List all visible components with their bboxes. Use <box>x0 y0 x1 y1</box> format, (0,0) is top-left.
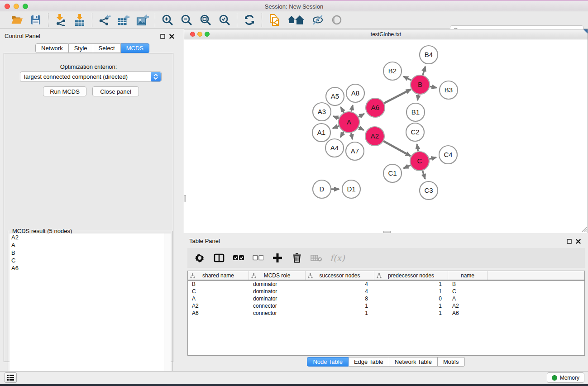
column-header-MCDS-role[interactable]: MCDS role <box>249 271 306 280</box>
graph-edge-C-C1[interactable] <box>404 165 411 168</box>
delete-column-trash-icon[interactable] <box>291 252 303 264</box>
close-panel-icon[interactable] <box>169 33 174 41</box>
result-list-item[interactable]: A <box>10 241 164 249</box>
column-header-shared-name[interactable]: shared name <box>188 271 249 280</box>
memory-button[interactable]: Memory <box>547 372 584 383</box>
graph-node-D[interactable]: D <box>313 180 331 198</box>
graph-edge-B-B3[interactable] <box>430 86 437 88</box>
column-header-successor-nodes[interactable]: successor nodes <box>306 271 374 280</box>
tab-style[interactable]: Style <box>69 43 93 53</box>
save-session-icon[interactable] <box>29 14 42 26</box>
table-cell[interactable]: B <box>448 281 488 288</box>
table-tab-motifs[interactable]: Motifs <box>438 357 465 367</box>
open-session-icon[interactable] <box>10 14 23 26</box>
mcds-result-list[interactable]: A2ABCA6 <box>10 234 164 383</box>
import-network-icon[interactable] <box>54 14 67 26</box>
left-edge-grab-handle[interactable] <box>184 195 186 202</box>
criterion-dropdown[interactable]: largest connected component (directed) <box>20 71 162 82</box>
table-cell[interactable]: 1 <box>374 281 448 288</box>
graph-node-B2[interactable]: B2 <box>383 62 402 80</box>
table-row[interactable]: A6connector11A6 <box>188 310 584 317</box>
select-all-rows-icon[interactable] <box>233 252 244 264</box>
network-canvas[interactable]: B4B2BB3A5A8A6B1A3AA1C2A2A4A7C4CC1C3DD1 <box>184 39 588 233</box>
graph-node-A[interactable]: A <box>339 112 359 133</box>
import-table-icon[interactable] <box>73 14 86 26</box>
hide-panels-eye-icon[interactable] <box>311 14 324 26</box>
graph-edge-C-C3[interactable] <box>422 171 425 179</box>
table-cell[interactable]: connector <box>249 302 306 310</box>
zoom-fit-icon[interactable] <box>199 14 212 26</box>
graph-edge-C-C4[interactable] <box>429 157 436 159</box>
table-cell[interactable]: connector <box>249 310 306 317</box>
graph-edge-B-B1[interactable] <box>417 95 418 100</box>
table-cell[interactable]: 0 <box>374 295 448 302</box>
graph-node-C1[interactable]: C1 <box>383 164 402 182</box>
table-cell[interactable]: A6 <box>448 310 488 317</box>
table-cell[interactable]: A2 <box>448 302 488 310</box>
show-graphics-eye-icon[interactable] <box>330 14 343 26</box>
refresh-layout-icon[interactable] <box>243 14 256 26</box>
tab-network[interactable]: Network <box>35 43 69 53</box>
export-network-icon[interactable] <box>98 14 111 26</box>
graph-edge-C-C2[interactable] <box>417 144 418 152</box>
tab-select[interactable]: Select <box>93 43 121 53</box>
table-cell[interactable]: 1 <box>374 302 448 310</box>
table-settings-gear-icon[interactable] <box>194 252 206 264</box>
table-cell[interactable]: B <box>188 281 249 288</box>
graph-node-D1[interactable]: D1 <box>342 180 360 198</box>
column-visibility-icon[interactable] <box>213 252 225 264</box>
table-cell[interactable]: 8 <box>306 295 374 302</box>
network-graph[interactable]: B4B2BB3A5A8A6B1A3AA1C2A2A4A7C4CC1C3DD1 <box>184 39 588 233</box>
graph-node-A7[interactable]: A7 <box>346 142 364 160</box>
graph-node-A8[interactable]: A8 <box>346 84 364 102</box>
table-row[interactable]: A2connector11A2 <box>188 302 584 310</box>
graph-node-A3[interactable]: A3 <box>313 103 331 121</box>
result-list-item[interactable]: B <box>10 249 164 257</box>
result-list-scrollbar[interactable] <box>164 234 171 383</box>
graph-edge-A-A2[interactable] <box>359 127 363 130</box>
graph-node-B[interactable]: B <box>411 75 430 94</box>
graph-node-A6[interactable]: A6 <box>366 98 385 117</box>
zoom-selected-icon[interactable] <box>218 14 231 26</box>
delete-table-icon[interactable] <box>311 252 322 264</box>
table-cell[interactable]: dominator <box>249 288 306 295</box>
close-table-panel-icon[interactable] <box>576 238 581 246</box>
float-table-panel-icon[interactable] <box>567 238 572 246</box>
table-cell[interactable]: 1 <box>374 288 448 295</box>
column-header-name[interactable]: name <box>448 271 488 280</box>
table-tab-node-table[interactable]: Node Table <box>307 357 349 367</box>
column-header-predecessor-nodes[interactable]: predecessor nodes <box>374 271 448 280</box>
graph-edge-A-A1[interactable] <box>333 126 339 128</box>
network-window-titlebar[interactable]: testGlobe.txt <box>184 29 588 39</box>
deselect-all-rows-icon[interactable] <box>252 252 264 264</box>
table-row[interactable]: Adominator80A <box>188 295 584 302</box>
table-cell[interactable]: A6 <box>188 310 249 317</box>
graph-edge-A2-C[interactable] <box>383 141 411 156</box>
graph-node-B1[interactable]: B1 <box>406 103 425 121</box>
function-builder-icon[interactable]: f(x) <box>330 253 345 263</box>
graph-edge-A-A7[interactable] <box>351 133 353 139</box>
graph-node-A4[interactable]: A4 <box>325 139 344 157</box>
export-image-icon[interactable] <box>136 14 149 26</box>
table-cell[interactable]: C <box>448 288 488 295</box>
graph-node-A5[interactable]: A5 <box>326 87 344 105</box>
graph-edge-A-A3[interactable] <box>333 116 339 119</box>
tab-mcds[interactable]: MCDS <box>121 43 149 53</box>
graph-edge-B-B2[interactable] <box>403 76 411 80</box>
table-cell[interactable]: dominator <box>249 281 306 288</box>
graph-edge-A-A5[interactable] <box>341 107 344 113</box>
table-row[interactable]: Bdominator41B <box>188 281 584 288</box>
table-cell[interactable]: A2 <box>188 302 249 310</box>
graph-node-C3[interactable]: C3 <box>420 181 438 200</box>
home-layout-icon[interactable] <box>287 14 305 26</box>
table-cell[interactable]: A <box>188 295 249 302</box>
table-cell[interactable]: 1 <box>306 302 374 310</box>
table-tab-edge-table[interactable]: Edge Table <box>349 357 389 367</box>
result-list-item[interactable]: A6 <box>10 264 164 272</box>
graph-node-C2[interactable]: C2 <box>406 123 424 141</box>
table-cell[interactable]: A <box>448 295 488 302</box>
table-cell[interactable]: C <box>188 288 249 295</box>
result-list-item[interactable]: C <box>10 257 164 264</box>
resize-grip-icon[interactable] <box>581 226 587 232</box>
float-panel-icon[interactable] <box>160 33 165 41</box>
